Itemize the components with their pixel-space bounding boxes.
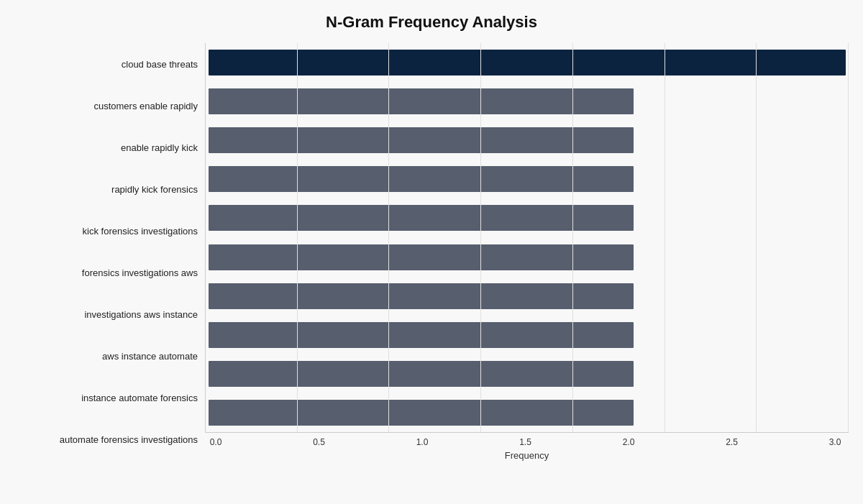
y-labels: cloud base threatscustomers enable rapid… — [14, 43, 205, 461]
bar-row — [209, 122, 846, 159]
bar-row — [209, 316, 846, 354]
x-tick: 1.5 — [515, 437, 536, 447]
bar — [209, 283, 634, 309]
bar-row — [209, 83, 846, 120]
bar-row — [209, 239, 846, 276]
y-label: customers enable rapidly — [93, 87, 198, 124]
x-tick: 0.0 — [205, 437, 227, 447]
x-tick: 1.0 — [411, 437, 433, 447]
y-label: rapidly kick forensics — [111, 170, 198, 208]
y-label: cloud base threats — [122, 45, 198, 83]
bar-row — [209, 44, 846, 81]
chart-title: N-Gram Frequency Analysis — [326, 13, 537, 32]
chart-container: N-Gram Frequency Analysis cloud base thr… — [0, 0, 863, 504]
y-label: forensics investigations aws — [82, 255, 198, 292]
x-axis: 0.00.51.01.52.02.53.0 — [205, 433, 849, 447]
bar — [209, 127, 634, 153]
chart-area: cloud base threatscustomers enable rapid… — [14, 43, 849, 461]
bar — [209, 244, 634, 270]
y-label: investigations aws instance — [84, 296, 198, 334]
bar-row — [209, 394, 846, 431]
y-label: enable rapidly kick — [121, 129, 198, 166]
y-label: aws instance automate — [102, 338, 198, 375]
x-tick: 2.5 — [721, 437, 743, 447]
y-label: instance automate forensics — [81, 380, 198, 417]
bar — [209, 400, 634, 426]
bar — [209, 205, 634, 231]
bar — [209, 50, 846, 75]
x-tick: 3.0 — [824, 437, 846, 447]
bar — [209, 361, 634, 387]
x-tick: 2.0 — [618, 437, 639, 447]
bars-area — [205, 43, 849, 433]
x-axis-label: Frequency — [205, 450, 849, 461]
bar — [209, 166, 634, 192]
y-label: kick forensics investigations — [83, 212, 198, 249]
bar-row — [209, 199, 846, 237]
bar-row — [209, 278, 846, 315]
bar — [209, 322, 634, 348]
bar-row — [209, 355, 846, 393]
bar-row — [209, 160, 846, 198]
x-tick: 0.5 — [309, 437, 330, 447]
y-label: automate forensics investigations — [60, 421, 198, 459]
bar — [209, 88, 634, 114]
bars-and-xaxis: 0.00.51.01.52.02.53.0 Frequency — [205, 43, 849, 461]
